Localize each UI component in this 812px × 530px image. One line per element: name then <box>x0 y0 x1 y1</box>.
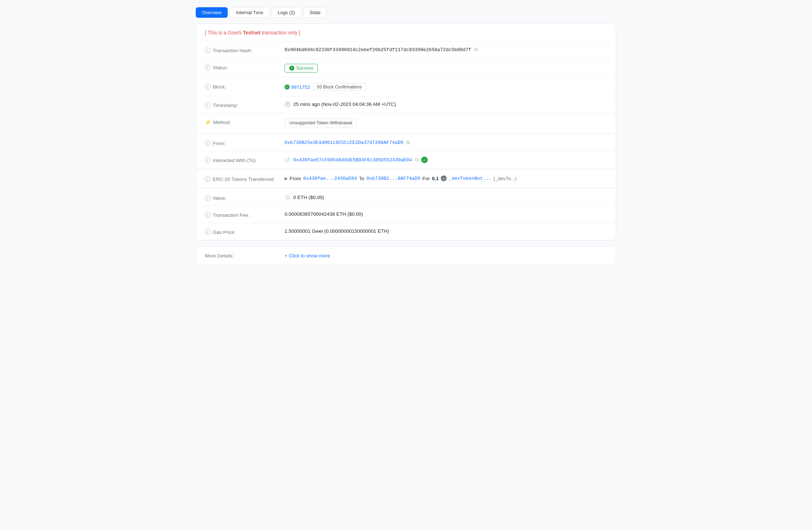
help-icon-status[interactable]: i <box>205 65 211 70</box>
label-value: i Value: <box>205 194 285 201</box>
row-block: i Block: ✓ 9971752 93 Block Confirmation… <box>196 78 616 96</box>
value-status: ✓ Success <box>285 64 607 73</box>
label-method: ⚡ Method: <box>205 119 285 125</box>
block-number-link[interactable]: ✓ 9971752 <box>285 84 310 90</box>
tab-internal-txns[interactable]: Internal Txns <box>230 7 269 18</box>
value-timestamp: 🕐 25 mins ago (Nov-02-2023 04:04:36 AM +… <box>285 102 607 107</box>
from-label: From <box>290 176 301 181</box>
for-label: For <box>422 176 430 181</box>
value-eth: ⬡ 0 ETH ($0.00) <box>285 194 607 200</box>
clock-icon: 🕐 <box>285 102 290 107</box>
token-symbol: (_devTo...) <box>493 176 517 181</box>
label-block: i Block: <box>205 83 285 90</box>
testnet-notice: [ This is a Goerli Testnet transaction o… <box>196 24 616 42</box>
tab-logs[interactable]: Logs (2) <box>272 7 301 18</box>
hash-value: 0x904bd694c92330f43490914c2ebef26b25fdf1… <box>285 47 471 53</box>
tab-overview[interactable]: Overview <box>196 7 228 18</box>
help-icon-hash[interactable]: i <box>205 47 211 53</box>
value-transaction-hash: 0x904bd694c92330f43490914c2ebef26b25fdf1… <box>285 47 607 53</box>
status-badge: ✓ Success <box>285 64 318 73</box>
tab-bar: Overview Internal Txns Logs (2) State <box>196 7 616 18</box>
row-tx-fee: i Transaction Fee: 0.00006365700042438 E… <box>196 206 616 223</box>
page-wrapper: Overview Internal Txns Logs (2) State [ … <box>188 0 624 273</box>
label-status: i Status: <box>205 64 285 70</box>
row-status: i Status: ✓ Success <box>196 59 616 78</box>
help-icon-block[interactable]: i <box>205 84 211 90</box>
value-tx-fee: 0.00006365700042438 ETH ($0.00) <box>285 211 607 217</box>
row-timestamp: i Timestamp: 🕐 25 mins ago (Nov-02-2023 … <box>196 96 616 113</box>
value-gas-price: 1.50000001 Gwei (0.00000000150000001 ETH… <box>285 228 607 234</box>
transfer-arrow-icon: ▶ <box>285 176 287 181</box>
label-interacted-with: i Interacted With (To): <box>205 157 285 163</box>
eth-icon: ⬡ <box>285 194 290 200</box>
label-from: i From: <box>205 140 285 146</box>
value-interacted-with: 📄 0x430faeE7cF005d848dE5BD4F6c385D552430… <box>285 157 607 163</box>
help-icon-timestamp[interactable]: i <box>205 102 211 108</box>
help-icon-fee[interactable]: i <box>205 212 211 218</box>
help-icon-interacted[interactable]: i <box>205 157 211 163</box>
help-icon-value[interactable]: i <box>205 195 211 201</box>
show-more-link[interactable]: + Click to show more <box>285 253 330 258</box>
to-label: To <box>359 176 364 181</box>
label-transaction-hash: i Transaction Hash: <box>205 47 285 53</box>
row-transaction-hash: i Transaction Hash: 0x904bd694c92330f434… <box>196 42 616 59</box>
lightning-icon: ⚡ <box>205 119 211 125</box>
erc20-to-link[interactable]: 0xb730B2...8AF74aD9 <box>366 176 420 181</box>
help-icon-from[interactable]: i <box>205 140 211 146</box>
interacted-address-link[interactable]: 0x430faeE7cF005d848dE5BD4F6c385D552430aE… <box>293 157 412 163</box>
method-badge: Unsupported Token Withdrawal <box>285 119 357 127</box>
transfer-row: ▶ From 0x430fae...2430aE04 To 0xb730B2..… <box>285 175 517 181</box>
verified-icon: ✓ <box>421 157 428 163</box>
row-method: ⚡ Method: Unsupported Token Withdrawal <box>196 113 616 134</box>
row-value: i Value: ⬡ 0 ETH ($0.00) <box>196 189 616 206</box>
copy-from-icon[interactable]: ⧉ <box>406 140 410 145</box>
from-address-link[interactable]: 0xb730B25e3E4d961c8C5CcCE2Da37d7208AF74a… <box>285 140 403 145</box>
label-timestamp: i Timestamp: <box>205 102 285 108</box>
copy-hash-icon[interactable]: ⧉ <box>474 47 477 53</box>
more-details-label: More Details: <box>205 253 285 258</box>
testnet-prefix: [ This is a Goerli <box>205 30 243 36</box>
row-from: i From: 0xb730B25e3E4d961c8C5CcCE2Da37d7… <box>196 134 616 152</box>
value-method: Unsupported Token Withdrawal <box>285 119 607 127</box>
value-block: ✓ 9971752 93 Block Confirmations <box>285 83 607 91</box>
token-icon: ◎ <box>441 175 447 181</box>
erc20-from-link[interactable]: 0x430fae...2430aE04 <box>303 176 357 181</box>
contract-icon: 📄 <box>285 157 290 163</box>
transaction-card: [ This is a Goerli Testnet transaction o… <box>196 24 616 240</box>
erc20-amount: 0.1 <box>432 176 439 181</box>
value-erc20: ▶ From 0x430fae...2430aE04 To 0xb730B2..… <box>285 175 607 181</box>
label-erc20: i ERC-20 Tokens Transferred: <box>205 175 285 182</box>
value-from: 0xb730B25e3E4d961c8C5CcCE2Da37d7208AF74a… <box>285 140 607 145</box>
block-check-icon: ✓ <box>285 84 290 90</box>
more-details-card: More Details: + Click to show more <box>196 246 616 265</box>
token-name-link[interactable]: _devTokenNot... <box>449 176 491 181</box>
help-icon-erc20[interactable]: i <box>205 176 211 182</box>
row-erc20: i ERC-20 Tokens Transferred: ▶ From 0x43… <box>196 170 616 189</box>
help-icon-gas[interactable]: i <box>205 229 211 235</box>
testnet-suffix: transaction only ] <box>261 30 301 36</box>
testnet-bold: Testnet <box>243 30 261 36</box>
confirmations-badge: 93 Block Confirmations <box>313 83 366 91</box>
row-interacted-with: i Interacted With (To): 📄 0x430faeE7cF00… <box>196 152 616 170</box>
label-tx-fee: i Transaction Fee: <box>205 211 285 218</box>
label-gas-price: i Gas Price: <box>205 228 285 235</box>
row-gas-price: i Gas Price: 1.50000001 Gwei (0.00000000… <box>196 223 616 240</box>
tab-state[interactable]: State <box>303 7 327 18</box>
copy-interacted-icon[interactable]: ⧉ <box>415 157 418 163</box>
check-icon: ✓ <box>289 66 294 71</box>
